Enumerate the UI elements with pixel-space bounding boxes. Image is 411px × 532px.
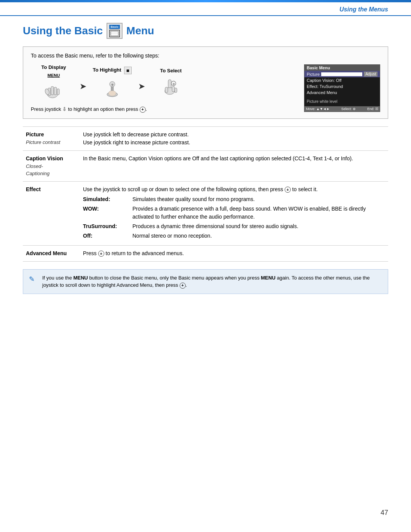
table-row-advanced: Advanced Menu Press + to return to the a… — [23, 245, 388, 261]
effect-term-cell: Effect — [23, 181, 80, 245]
content-table: Picture Picture contrast Use joystick le… — [23, 126, 388, 262]
effect-options: Simulated: Simulates theater quality sou… — [83, 195, 385, 240]
option-trusurround: TruSurround: Produces a dynamic three di… — [83, 222, 385, 230]
step-select-label: To Select — [160, 68, 182, 73]
bm-footer: Move: ▲▼◄► Select: ⊕ End: ☒ — [304, 106, 380, 112]
joystick-hand-svg: ⊕ — [103, 77, 122, 98]
caption-desc: In the Basic menu, Caption Vision option… — [83, 155, 385, 163]
bm-advanced-label: Advanced Menu — [307, 90, 337, 95]
bm-select: Select: ⊕ — [341, 107, 356, 111]
steps-row: To Display MENU — [31, 64, 296, 101]
svg-rect-5 — [51, 86, 54, 95]
basic-menu-icon: Basic — [107, 23, 123, 39]
svg-text:⊕: ⊕ — [111, 83, 114, 86]
step-select: To Select ⊕ — [148, 68, 194, 97]
circle-btn-effect: + — [285, 187, 291, 193]
effect-intro: Use the joystick to scroll up or down to… — [83, 185, 385, 193]
bm-row-caption: Caption Vision: Off — [304, 77, 380, 83]
bm-bar — [321, 72, 362, 76]
svg-point-13 — [108, 91, 116, 96]
effect-term: Effect — [26, 185, 74, 193]
bm-picture-label: Picture — [307, 72, 320, 77]
bm-sublabel: Picture white level — [307, 99, 338, 104]
bm-end: End: ☒ — [367, 107, 378, 111]
advanced-desc: Press + to return to the advanced menus. — [83, 249, 385, 257]
picture-sub-term: Picture contrast — [26, 139, 74, 146]
note-icon: ✎ — [29, 274, 38, 289]
step-display-label: To Display — [41, 64, 66, 70]
option-simulated: Simulated: Simulates theater quality sou… — [83, 195, 385, 203]
caption-desc-cell: In the Basic menu, Caption Vision option… — [80, 150, 388, 181]
svg-rect-7 — [57, 89, 59, 95]
basic-icon-body — [109, 30, 120, 37]
bm-row-effect: Effect: TruSurround — [304, 83, 380, 89]
wow-val: Provides a dramatic presence with a full… — [132, 205, 385, 221]
header-title: Using the Menus — [339, 6, 388, 13]
trusurround-key: TruSurround: — [83, 222, 132, 230]
bm-row-picture: Picture Adjust — [304, 71, 380, 77]
bm-effect-label: Effect: TruSurround — [307, 84, 343, 89]
option-off: Off: Normal stereo or mono reception. — [83, 232, 385, 240]
svg-rect-18 — [175, 88, 177, 93]
bm-row-sublabel: Picture white level — [304, 99, 380, 104]
table-row-picture: Picture Picture contrast Use joystick le… — [23, 126, 388, 150]
select-hand-svg: ⊕ — [161, 77, 180, 97]
page-title-part1: Using the Basic — [23, 25, 103, 37]
off-val: Normal stereo or mono reception. — [132, 232, 385, 240]
picture-desc-cell: Use joystick left to decrease picture co… — [80, 126, 388, 150]
picture-desc1: Use joystick left to decrease picture co… — [83, 131, 385, 139]
menu-strong2: MENU — [261, 275, 276, 281]
circle-btn-advanced: + — [98, 251, 104, 257]
svg-rect-0 — [111, 31, 118, 36]
svg-text:⊕: ⊕ — [172, 82, 175, 86]
step-display: To Display MENU — [31, 64, 76, 101]
bm-caption-label: Caption Vision: Off — [307, 78, 341, 83]
menu-text: MENU — [48, 73, 60, 78]
picture-desc2: Use joystick right to increase picture c… — [83, 139, 385, 147]
advanced-term: Advanced Menu — [26, 249, 74, 257]
advanced-desc-cell: Press + to return to the advanced menus. — [80, 245, 388, 261]
caption-term: Caption Vision — [26, 155, 74, 163]
caption-term-cell: Caption Vision Closed-Captioning — [23, 150, 80, 181]
step-highlight: To Highlight ▦ — [89, 67, 135, 98]
note-text: If you use the MENU button to close the … — [42, 274, 382, 289]
step-highlight-label: To Highlight ▦ — [93, 67, 132, 74]
svg-rect-6 — [54, 87, 57, 95]
press-instruction: Press joystick ⇩ to highlight an option … — [31, 106, 296, 113]
menu-strong: MENU — [73, 275, 88, 281]
header: Using the Menus — [0, 2, 411, 16]
bm-title: Basic Menu — [304, 65, 380, 71]
page-title-part2: Menu — [126, 25, 154, 37]
simulated-key: Simulated: — [83, 195, 132, 203]
table-row-caption: Caption Vision Closed-Captioning In the … — [23, 150, 388, 181]
page-title-area: Using the Basic Basic Menu — [23, 23, 388, 39]
wow-key: WOW: — [83, 205, 132, 221]
menu-button-icon: MENU — [44, 73, 63, 101]
instruction-box: To access the Basic menu, refer to the f… — [23, 46, 388, 119]
effect-desc-cell: Use the joystick to scroll up or down to… — [80, 181, 388, 245]
off-key: Off: — [83, 232, 132, 240]
option-wow: WOW: Provides a dramatic presence with a… — [83, 205, 385, 221]
page-number: 47 — [381, 509, 388, 517]
note-box: ✎ If you use the MENU button to close th… — [23, 269, 388, 294]
hand-press-svg — [44, 80, 63, 101]
advanced-term-cell: Advanced Menu — [23, 245, 80, 261]
simulated-val: Simulates theater quality sound for mono… — [132, 195, 385, 203]
svg-rect-17 — [172, 86, 175, 92]
caption-sub-term: Closed-Captioning — [26, 163, 74, 177]
circle-btn-note: + — [180, 283, 186, 289]
table-row-effect: Effect Use the joystick to scroll up or … — [23, 181, 388, 245]
arrow1: ➤ — [76, 81, 89, 91]
main-content: Using the Basic Basic Menu To access the… — [23, 23, 388, 294]
instruction-intro: To access the Basic menu, refer to the f… — [31, 53, 380, 59]
basic-icon-label: Basic — [109, 25, 119, 29]
picture-term: Picture — [26, 131, 74, 139]
circle-btn-inline: + — [140, 107, 146, 113]
trusurround-val: Produces a dynamic three dimensional sou… — [132, 222, 385, 230]
bm-move: Move: ▲▼◄► — [306, 107, 330, 111]
basic-menu-preview: Basic Menu Picture Adjust Caption Vision… — [304, 64, 380, 112]
picture-term-cell: Picture Picture contrast — [23, 126, 80, 150]
arrow2: ➤ — [135, 81, 148, 91]
svg-rect-16 — [165, 87, 168, 93]
bm-row-advanced: Advanced Menu — [304, 89, 380, 96]
